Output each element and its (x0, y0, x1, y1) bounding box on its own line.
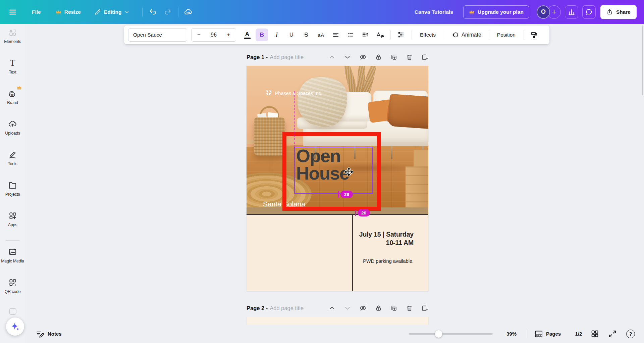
hamburger-icon (8, 8, 17, 16)
cloud-icon (184, 8, 193, 16)
hide-page-button[interactable] (359, 53, 367, 61)
pages-panel-button[interactable]: Pages (534, 325, 561, 343)
font-family-selector[interactable]: Open Sauce (128, 28, 187, 42)
fullscreen-button[interactable] (608, 325, 616, 343)
lock-page-button[interactable] (375, 304, 382, 312)
resize-button[interactable]: Resize (56, 9, 81, 15)
couch-leg (391, 146, 392, 159)
page-title-placeholder[interactable]: Add page title (270, 54, 304, 60)
insights-button[interactable] (565, 5, 578, 19)
font-size-increase-button[interactable]: + (225, 32, 231, 38)
font-size-decrease-button[interactable]: − (196, 32, 202, 38)
zoom-slider-knob[interactable] (435, 330, 442, 338)
upload-cloud-icon (8, 119, 17, 129)
sidebar-label: Brand (7, 100, 18, 105)
page1-canvas[interactable]: Phases & Spaces Inc. Santa Solana July 1… (247, 66, 428, 291)
notes-button[interactable]: Notes (36, 325, 62, 343)
transparency-checker-icon (397, 31, 405, 39)
page-label: Page 1 - (247, 54, 268, 60)
upgrade-label: Upgrade your plan (478, 9, 524, 15)
cloud-sync-button[interactable] (182, 6, 194, 18)
bold-button[interactable]: B (256, 29, 268, 41)
sidebar-item-magic-media[interactable]: Magic Media (0, 243, 25, 274)
topbar-left-group: File Resize Editing (0, 6, 194, 18)
italic-button[interactable]: I (270, 29, 283, 41)
page-label: Page 2 - (247, 305, 268, 311)
move-page-down-button[interactable] (344, 53, 351, 61)
sidebar-label: Tools (8, 161, 17, 166)
share-button[interactable]: Share (600, 5, 637, 19)
sidebar-item-brand[interactable]: co Brand (0, 85, 25, 115)
measurement-tick (338, 191, 339, 198)
measurement-badge: 26 (358, 209, 370, 216)
delete-page-button[interactable] (406, 304, 413, 312)
avatar[interactable]: O (537, 5, 550, 19)
sidebar-item-uploads[interactable]: Uploads (0, 115, 25, 146)
sidebar-label: Projects (5, 192, 20, 197)
lock-page-button[interactable] (375, 53, 382, 61)
page2-title[interactable]: Page 2 - Add page title (247, 305, 304, 311)
main-menu-button[interactable] (7, 6, 18, 18)
sidebar-item-elements[interactable]: Elements (0, 24, 25, 54)
sidebar-item-apps[interactable]: Apps (0, 207, 25, 238)
redo-button[interactable] (162, 6, 173, 18)
alignment-button[interactable] (329, 29, 342, 41)
move-page-down-button[interactable] (344, 304, 351, 312)
transparency-button[interactable] (395, 29, 408, 41)
sidebar-item-tools[interactable]: Tools (0, 146, 25, 177)
editing-label: Editing (104, 9, 122, 15)
move-page-up-button[interactable] (328, 304, 336, 312)
duplicate-page-button[interactable] (390, 53, 397, 61)
workspace-scrollbar[interactable] (642, 26, 643, 95)
position-button[interactable]: Position (493, 32, 520, 38)
help-button[interactable]: ? (626, 325, 635, 343)
design-parking-note[interactable]: PWD parking available. (363, 258, 414, 264)
brand-kit-icon: co (8, 89, 18, 98)
text-color-button[interactable]: A (241, 29, 254, 41)
move-page-up-button[interactable] (328, 53, 336, 61)
text-case-button[interactable]: aA (315, 29, 327, 41)
page1-controls (328, 53, 428, 61)
sidebar-item-qr-code[interactable]: QR code (0, 274, 25, 304)
effects-button[interactable]: Effects (416, 32, 440, 38)
zoom-slider-track[interactable] (409, 333, 493, 335)
list-button[interactable] (344, 29, 357, 41)
add-page-button[interactable] (421, 304, 428, 312)
undo-button[interactable] (147, 6, 159, 18)
file-menu-button[interactable]: File (32, 9, 41, 15)
italic-glyph: I (276, 31, 278, 39)
canva-assistant-button[interactable] (6, 317, 24, 336)
duplicate-page-button[interactable] (390, 304, 397, 312)
hide-page-button[interactable] (359, 304, 367, 312)
bulleted-list-icon (347, 31, 354, 39)
design-brand-lockup[interactable]: Phases & Spaces Inc. (265, 90, 322, 96)
add-page-button[interactable] (421, 53, 428, 61)
spacing-button[interactable] (359, 29, 372, 41)
page2-canvas[interactable] (247, 316, 428, 325)
delete-page-button[interactable] (406, 53, 413, 61)
sidebar-label: QR code (5, 289, 21, 294)
page2-header: Page 2 - Add page title (247, 303, 428, 313)
animate-label: Animate (462, 32, 481, 38)
zoom-slider[interactable] (409, 325, 493, 343)
editing-mode-dropdown[interactable]: Editing (94, 9, 130, 15)
grid-view-button[interactable] (591, 325, 599, 343)
design-datetime-text[interactable]: July 15 | Saturday 10-11 AM (359, 230, 414, 247)
copy-style-button[interactable] (528, 29, 541, 41)
text-settings-button[interactable] (374, 29, 386, 41)
animate-button[interactable]: Animate (448, 31, 485, 39)
document-title[interactable]: Canva Tutorials (415, 9, 453, 15)
upgrade-plan-button[interactable]: Upgrade your plan (463, 5, 529, 19)
zoom-level[interactable]: 39% (496, 325, 527, 343)
underline-button[interactable]: U (285, 29, 298, 41)
font-size-value[interactable]: 96 (211, 32, 217, 38)
sidebar-item-text[interactable]: T Text (0, 54, 25, 85)
underline-glyph: U (289, 32, 293, 38)
page1-title[interactable]: Page 1 - Add page title (247, 54, 304, 60)
selection-bounding-box[interactable] (294, 147, 373, 194)
page-title-placeholder[interactable]: Add page title (270, 305, 304, 311)
comments-button[interactable] (582, 5, 596, 19)
sidebar-item-projects[interactable]: Projects (0, 177, 25, 207)
strikethrough-button[interactable]: S (300, 29, 313, 41)
apps-grid-icon (8, 211, 17, 220)
